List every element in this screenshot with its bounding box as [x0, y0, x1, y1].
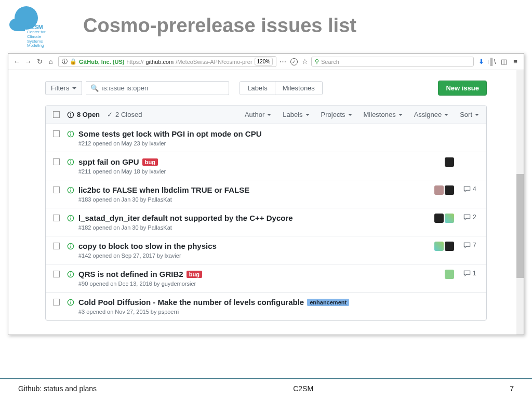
svg-point-19 — [70, 273, 71, 274]
issue-open-icon — [67, 215, 74, 231]
search-icon: ⚲ — [315, 58, 319, 65]
issue-open-icon — [67, 158, 74, 175]
cert-label: GitHub, Inc. (US) — [79, 59, 124, 65]
milestones-button[interactable]: Milestones — [275, 82, 322, 95]
issue-row: copy to block too slow in the physics #1… — [46, 236, 486, 264]
issue-checkbox[interactable] — [53, 130, 60, 137]
issue-meta: #211 opened on May 18 by lxavier — [78, 168, 428, 175]
issue-label-bug[interactable]: bug — [187, 271, 202, 278]
svg-rect-17 — [70, 246, 71, 248]
more-icon[interactable]: ⋯ — [280, 58, 286, 65]
assignee-avatar[interactable] — [434, 185, 444, 195]
issue-title-link[interactable]: l_satad_dyn_iter default not supported b… — [78, 214, 293, 222]
new-issue-button[interactable]: New issue — [438, 81, 487, 96]
sort-filter[interactable]: Sort — [460, 111, 479, 118]
svg-rect-11 — [70, 190, 71, 192]
github-page: Filters 🔍 is:issue is:open Labels Milest… — [8, 70, 524, 335]
assignee-avatar[interactable] — [445, 270, 454, 279]
issue-title-link[interactable]: Some tests get lock with PGI in opt mode… — [78, 129, 262, 138]
comment-count[interactable]: 1 — [463, 270, 479, 277]
svg-rect-8 — [70, 162, 71, 164]
footer-center: C2SM — [293, 384, 313, 393]
forward-button[interactable]: → — [24, 58, 32, 66]
slide-footer: Github: status and plans C2SM 7 — [0, 378, 532, 399]
reload-button[interactable]: ↻ — [35, 58, 44, 66]
issue-row: lic2bc to FALSE when lbdclim TRUE or FAL… — [46, 180, 486, 208]
assignee-avatar[interactable] — [445, 214, 454, 223]
comment-count[interactable]: 4 — [463, 185, 479, 193]
assignees — [433, 157, 454, 167]
issue-row: Cold Pool Diffusion - Make the number of… — [46, 292, 486, 320]
issue-checkbox[interactable] — [53, 243, 60, 249]
assignee-avatar[interactable] — [434, 214, 444, 223]
issue-open-icon — [67, 299, 74, 315]
issue-meta: #3 opened on Nov 27, 2015 by pspoerri — [78, 309, 428, 315]
issue-checkbox[interactable] — [53, 299, 60, 305]
issue-row: QRS is not defined in GRIB2 bug #90 open… — [46, 264, 486, 292]
scrollbar-thumb[interactable] — [516, 174, 524, 278]
projects-filter[interactable]: Projects — [321, 111, 352, 118]
browser-search[interactable]: ⚲ Search — [311, 57, 474, 66]
info-icon: ⓘ — [62, 58, 68, 65]
comment-count[interactable]: 7 — [463, 242, 479, 249]
issue-checkbox[interactable] — [53, 158, 60, 165]
assignees — [433, 185, 454, 195]
assignees — [433, 242, 454, 251]
library-icon[interactable]: ⃓║\ — [488, 58, 497, 66]
issue-title-link[interactable]: copy to block too slow in the physics — [78, 242, 217, 250]
svg-point-7 — [70, 161, 71, 162]
sidebar-icon[interactable]: ◫ — [500, 58, 508, 66]
svg-point-22 — [70, 301, 71, 302]
slide-title: Cosmo-prerelease issues list — [83, 15, 356, 37]
scrollbar-track[interactable] — [516, 70, 524, 335]
issue-checkbox[interactable] — [53, 271, 60, 277]
issue-title-link[interactable]: QRS is not defined in GRIB2 — [78, 270, 183, 278]
lock-icon: 🔒 — [70, 58, 77, 65]
zoom-badge[interactable]: 120% — [255, 58, 273, 65]
download-icon[interactable]: ⬇ — [477, 58, 485, 66]
issue-meta: #183 opened on Jan 30 by PallasKat — [78, 196, 428, 203]
svg-point-16 — [70, 245, 71, 246]
home-button[interactable]: ⌂ — [47, 58, 55, 66]
browser-window: ← → ↻ ⌂ ⓘ 🔒 GitHub, Inc. (US) https://gi… — [8, 53, 524, 335]
select-all-checkbox[interactable] — [53, 111, 60, 118]
issues-list: 8 Open ✓ 2 Closed Author Labels Projects… — [45, 105, 487, 321]
back-button[interactable]: ← — [12, 58, 21, 66]
filters-dropdown[interactable]: Filters — [45, 81, 82, 95]
c2sm-logo: C2SM Center for Climate Systems Modeling — [5, 5, 47, 44]
svg-rect-5 — [70, 134, 71, 136]
milestones-filter[interactable]: Milestones — [364, 111, 403, 118]
search-icon: 🔍 — [90, 84, 99, 92]
svg-point-1 — [70, 113, 71, 114]
menu-icon[interactable]: ≡ — [511, 58, 520, 66]
assignee-avatar[interactable] — [434, 242, 444, 251]
issue-open-icon — [67, 187, 74, 203]
assignee-avatar[interactable] — [445, 185, 454, 195]
author-filter[interactable]: Author — [245, 111, 271, 118]
issue-open-icon — [67, 243, 74, 259]
footer-left: Github: status and plans — [18, 384, 97, 393]
bookmark-star-icon[interactable]: ☆ — [302, 58, 308, 65]
open-tab[interactable]: 8 Open — [67, 111, 100, 118]
comment-count[interactable]: 2 — [463, 214, 479, 221]
issue-title-link[interactable]: lic2bc to FALSE when lbdclim TRUE or FAL… — [78, 185, 249, 194]
labels-filter[interactable]: Labels — [283, 111, 309, 118]
reader-icon[interactable]: ✓ — [290, 58, 298, 65]
issue-title-link[interactable]: sppt fail on GPU — [78, 157, 139, 166]
issue-row: sppt fail on GPU bug #211 opened on May … — [46, 152, 486, 180]
assignee-avatar[interactable] — [445, 242, 454, 251]
assignee-filter[interactable]: Assignee — [414, 111, 448, 118]
issue-label-enhancement[interactable]: enhancement — [307, 299, 349, 306]
url-bar[interactable]: ⓘ 🔒 GitHub, Inc. (US) https://github.com… — [58, 56, 276, 67]
issue-label-bug[interactable]: bug — [142, 158, 158, 166]
labels-button[interactable]: Labels — [240, 82, 275, 95]
svg-rect-20 — [70, 274, 71, 276]
svg-point-10 — [70, 189, 71, 190]
issue-title-link[interactable]: Cold Pool Diffusion - Make the number of… — [78, 298, 304, 307]
issue-checkbox[interactable] — [53, 187, 60, 193]
issue-checkbox[interactable] — [53, 215, 60, 221]
closed-tab[interactable]: ✓ 2 Closed — [107, 111, 142, 118]
assignee-avatar[interactable] — [445, 157, 454, 167]
issues-search[interactable]: 🔍 is:issue is:open — [86, 81, 229, 95]
issue-open-icon — [67, 130, 74, 147]
